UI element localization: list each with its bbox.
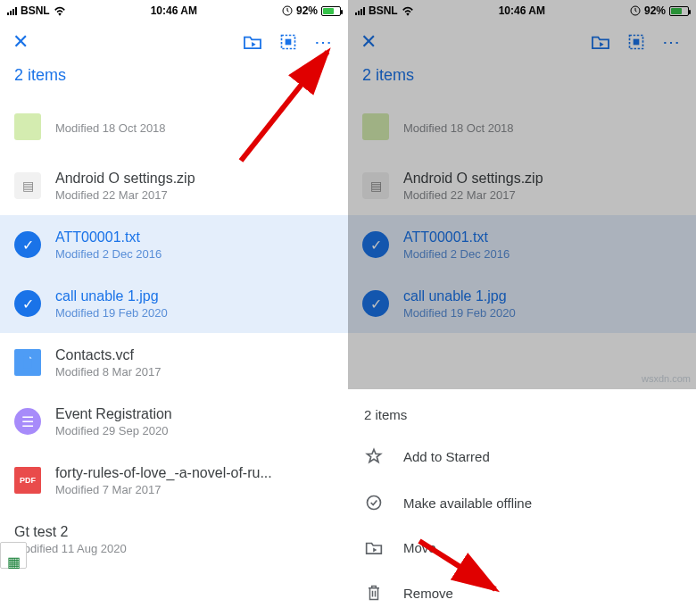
file-name: ATT00001.txt [403, 229, 682, 246]
action-offline[interactable]: Make available offline [348, 479, 696, 526]
screenshot-left: BSNL 10:46 AM 92% ✕ ⋯ 2 items Modified 1… [0, 0, 348, 616]
status-bar: BSNL 10:46 AM 92% [0, 0, 348, 21]
watermark: wsxdn.com [642, 373, 691, 384]
move-folder-icon[interactable] [589, 30, 612, 54]
file-name: call unable 1.jpg [55, 288, 334, 304]
file-row-selected[interactable]: ✓ call unable 1.jpg Modified 19 Feb 2020 [0, 274, 348, 333]
file-name: ATT00001.txt [55, 229, 334, 246]
offline-icon [364, 494, 384, 512]
selection-count: 2 items [0, 62, 348, 97]
image-thumb-icon [14, 113, 41, 140]
zip-icon: ▤ [362, 172, 389, 199]
more-options-icon[interactable]: ⋯ [312, 30, 336, 54]
file-row[interactable]: ▦ Gt test 2 Modified 11 Aug 2020 [0, 510, 348, 569]
file-name: forty-rules-of-love_-a-novel-of-ru... [55, 465, 334, 481]
file-modified: Modified 2 Dec 2016 [403, 247, 682, 261]
contact-icon [14, 349, 41, 376]
svg-rect-2 [286, 39, 292, 46]
file-row[interactable]: Contacts.vcf Modified 8 Mar 2017 [0, 333, 348, 392]
file-name: Contacts.vcf [55, 347, 334, 363]
action-label: Remove [403, 586, 453, 601]
wifi-icon [402, 6, 414, 16]
file-row-selected[interactable]: ✓ call unable 1.jpg Modified 19 Feb 2020 [348, 274, 696, 333]
status-bar: BSNL 10:46 AM 92% [348, 0, 696, 21]
file-modified: Modified 2 Dec 2016 [55, 247, 334, 261]
select-all-icon[interactable] [277, 30, 300, 54]
signal-icon [7, 7, 17, 15]
file-modified: Modified 19 Feb 2020 [55, 306, 334, 320]
file-modified: Modified 11 Aug 2020 [14, 542, 334, 555]
toolbar: ✕ ⋯ [0, 21, 348, 62]
file-modified: Modified 19 Feb 2020 [403, 306, 682, 320]
action-label: Move [403, 540, 436, 555]
file-name: Gt test 2 [14, 524, 334, 540]
file-name: Event Registration [55, 406, 334, 422]
action-label: Add to Starred [403, 449, 490, 464]
file-name: Android O settings.zip [403, 171, 682, 187]
file-row-selected[interactable]: ✓ ATT00001.txt Modified 2 Dec 2016 [0, 215, 348, 274]
form-icon: ☰ [14, 408, 41, 435]
file-row[interactable]: Modified 18 Oct 2018 [348, 97, 696, 156]
selected-check-icon: ✓ [362, 231, 389, 258]
action-move[interactable]: Move [348, 526, 696, 570]
file-modified: Modified 7 Mar 2017 [55, 483, 334, 496]
battery-icon [321, 6, 341, 16]
select-all-icon[interactable] [625, 30, 648, 54]
signal-icon [355, 7, 365, 15]
image-thumb-icon [362, 113, 389, 140]
close-button[interactable]: ✕ [360, 30, 377, 54]
file-row-selected[interactable]: ✓ ATT00001.txt Modified 2 Dec 2016 [348, 215, 696, 274]
action-label: Make available offline [403, 495, 532, 511]
svg-point-6 [368, 496, 381, 510]
orientation-lock-icon [282, 5, 293, 16]
selected-check-icon: ✓ [362, 290, 389, 317]
selection-count: 2 items [348, 62, 696, 97]
sheet-title: 2 items [348, 402, 696, 433]
selected-check-icon: ✓ [14, 231, 41, 258]
file-row[interactable]: ☰ Event Registration Modified 29 Sep 202… [0, 392, 348, 451]
file-modified: Modified 22 Mar 2017 [55, 188, 334, 202]
close-button[interactable]: ✕ [12, 30, 29, 54]
clock: 10:46 AM [414, 4, 630, 17]
carrier-label: BSNL [21, 4, 50, 17]
pdf-icon: PDF [14, 467, 41, 494]
star-icon [364, 447, 384, 465]
file-modified: Modified 29 Sep 2020 [55, 424, 334, 437]
svg-rect-5 [634, 39, 640, 46]
action-sheet: 2 items Add to Starred Make available of… [348, 389, 696, 616]
more-options-icon[interactable]: ⋯ [660, 30, 684, 54]
file-modified: Modified 18 Oct 2018 [403, 121, 682, 135]
wifi-icon [54, 6, 66, 16]
file-name: Android O settings.zip [55, 171, 334, 187]
file-modified: Modified 22 Mar 2017 [403, 188, 682, 202]
file-row[interactable]: PDF forty-rules-of-love_-a-novel-of-ru..… [0, 451, 348, 510]
trash-icon [364, 584, 384, 602]
sheet-icon: ▦ [0, 542, 27, 569]
toolbar: ✕ ⋯ [348, 21, 696, 62]
file-modified: Modified 18 Oct 2018 [55, 121, 334, 135]
file-modified: Modified 8 Mar 2017 [55, 365, 334, 379]
battery-percent: 92% [296, 4, 318, 17]
screenshot-right: BSNL 10:46 AM 92% ✕ ⋯ 2 items Modified 1… [348, 0, 696, 616]
clock: 10:46 AM [66, 4, 282, 17]
action-add-starred[interactable]: Add to Starred [348, 433, 696, 479]
file-row[interactable]: ▤ Android O settings.zip Modified 22 Mar… [348, 156, 696, 215]
action-remove[interactable]: Remove [348, 570, 696, 616]
battery-percent: 92% [644, 4, 666, 17]
orientation-lock-icon [630, 5, 641, 16]
zip-icon: ▤ [14, 172, 41, 199]
file-row[interactable]: Modified 18 Oct 2018 [0, 97, 348, 156]
move-folder-icon[interactable] [241, 30, 264, 54]
file-row[interactable]: ▤ Android O settings.zip Modified 22 Mar… [0, 156, 348, 215]
file-name: call unable 1.jpg [403, 288, 682, 304]
carrier-label: BSNL [369, 4, 398, 17]
move-icon [364, 540, 384, 555]
selected-check-icon: ✓ [14, 290, 41, 317]
battery-icon [669, 6, 689, 16]
